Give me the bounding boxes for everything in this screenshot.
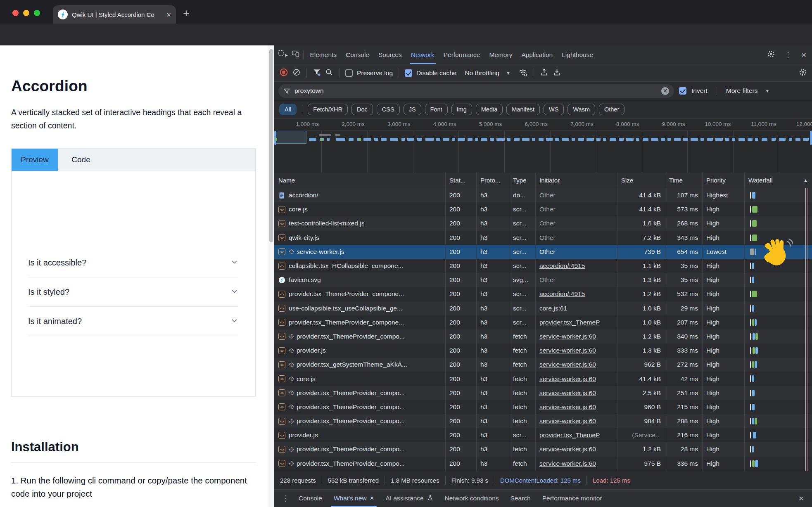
request-initiator-cell-text[interactable]: core.js:61	[539, 305, 567, 312]
network-settings-gear-icon[interactable]	[799, 68, 807, 78]
network-request-row[interactable]: <>provider.tsx_ThemeProvider_compo...200…	[274, 414, 812, 428]
network-request-row[interactable]: <>provider.tsx_ThemeProvider_compo...200…	[274, 457, 812, 471]
network-request-row[interactable]: accordion/200h3do...Other41.4 kB107 msHi…	[274, 188, 812, 202]
drawer-kebab-icon[interactable]: ⋮	[278, 494, 292, 503]
devtools-tab-console[interactable]: Console	[341, 45, 374, 64]
column-header-waterfall[interactable]: Waterfall▲	[744, 173, 812, 188]
filter-input-value[interactable]: proxytown	[294, 87, 657, 95]
request-initiator-cell-text[interactable]: service-worker.js:60	[539, 333, 596, 340]
drawer-tab-console[interactable]: Console	[293, 490, 328, 507]
column-header-size[interactable]: Size	[617, 173, 665, 188]
network-request-row[interactable]: <>provider.js200h3fetchservice-worker.js…	[274, 344, 812, 358]
devtools-close-icon[interactable]: ×	[801, 50, 806, 60]
request-initiator-cell-text[interactable]: service-worker.js:60	[539, 403, 596, 411]
column-header-time[interactable]: Time	[665, 173, 702, 188]
new-tab-button[interactable]: +	[183, 7, 190, 20]
type-chip-css[interactable]: CSS	[377, 104, 400, 115]
disable-cache-checkbox[interactable]	[405, 69, 412, 77]
drawer-tab-network-conditions[interactable]: Network conditions	[439, 490, 504, 507]
overview-selection[interactable]	[275, 131, 306, 144]
column-header-proto[interactable]: Proto...	[476, 173, 509, 188]
network-request-row[interactable]: <>provider.tsx_ThemeProvider_compone...2…	[274, 315, 812, 329]
column-header-initiator[interactable]: Initiator	[535, 173, 617, 188]
tab-preview[interactable]: Preview	[12, 149, 58, 171]
type-chip-all[interactable]: All	[279, 104, 297, 115]
drawer-close-icon[interactable]: ×	[795, 493, 808, 503]
request-initiator-cell-text[interactable]: service-worker.js:60	[539, 460, 596, 467]
clear-network-log-icon[interactable]	[292, 68, 301, 78]
window-minimize-button[interactable]	[23, 10, 29, 16]
request-initiator-cell-text[interactable]: service-worker.js:60	[539, 361, 596, 368]
request-initiator-cell-text[interactable]: provider.tsx_ThemeP	[539, 431, 600, 439]
network-request-row[interactable]: <>provider.tsx_ThemeProvider_compone...2…	[274, 287, 812, 301]
preserve-log-checkbox[interactable]	[345, 69, 353, 77]
network-request-row[interactable]: <>qwik-city.js200h3scr...Other7.2 kB343 …	[274, 231, 812, 245]
devtools-tab-elements[interactable]: Elements	[305, 45, 341, 64]
devtools-tab-performance[interactable]: Performance	[439, 45, 485, 64]
network-request-row[interactable]: <>provider.tsx_ThemeProvider_compo...200…	[274, 386, 812, 400]
type-chip-img[interactable]: Img	[451, 104, 472, 115]
request-initiator-cell-text[interactable]: service-worker.js:60	[539, 417, 596, 425]
accordion-item-is-it-accessible[interactable]: Is it accessible?	[28, 248, 238, 277]
network-request-row[interactable]: favicon.svg200h3svg...Other1.3 kB35 msHi…	[274, 273, 812, 287]
devtools-tab-memory[interactable]: Memory	[484, 45, 517, 64]
type-chip-doc[interactable]: Doc	[351, 104, 373, 115]
drawer-tab-search[interactable]: Search	[505, 490, 536, 507]
drawer-tab-performance-monitor[interactable]: Performance monitor	[537, 490, 608, 507]
type-chip-wasm[interactable]: Wasm	[567, 104, 595, 115]
accordion-item-is-it-animated[interactable]: Is it animated?	[28, 307, 238, 336]
throttling-caret-icon[interactable]: ▼	[506, 71, 510, 76]
column-header-stat[interactable]: Stat...	[445, 173, 476, 188]
network-request-row[interactable]: <>provider.tsx_ThemeProvider_compo...200…	[274, 329, 812, 344]
network-request-row[interactable]: <>test-controlled-list-mixed.js200h3scr.…	[274, 216, 812, 230]
network-request-row[interactable]: <>core.js200h3scr...Other41.4 kB573 msHi…	[274, 202, 812, 216]
invert-label[interactable]: Invert	[691, 87, 708, 95]
devtools-settings-gear-icon[interactable]	[767, 50, 775, 60]
request-initiator-cell-text[interactable]: service-worker.js:60	[539, 375, 596, 383]
devtools-tab-lighthouse[interactable]: Lighthouse	[557, 45, 598, 64]
window-zoom-button[interactable]	[34, 10, 40, 16]
window-close-button[interactable]	[12, 10, 19, 16]
type-chip-ws[interactable]: WS	[544, 104, 564, 115]
record-network-log-icon[interactable]	[279, 68, 288, 78]
more-filters-caret-icon[interactable]: ▼	[765, 88, 769, 93]
type-chip-fetch-xhr[interactable]: Fetch/XHR	[308, 104, 348, 115]
tab-close-icon[interactable]: ×	[166, 11, 171, 19]
network-request-row[interactable]: <>collapsible.tsx_HCollapsible_compone..…	[274, 259, 812, 273]
type-chip-js[interactable]: JS	[404, 104, 421, 115]
type-chip-other[interactable]: Other	[599, 104, 624, 115]
filter-funnel-icon[interactable]	[313, 68, 321, 78]
request-initiator-cell-text[interactable]: service-worker.js:60	[539, 389, 596, 397]
network-request-row[interactable]: <>provider.tsx_ThemeProvider_compo...200…	[274, 400, 812, 414]
timeline-overview[interactable]	[274, 130, 812, 173]
network-conditions-icon[interactable]	[518, 67, 528, 79]
request-initiator-cell-text[interactable]: accordion/:4915	[539, 290, 585, 298]
export-har-icon[interactable]	[553, 68, 561, 78]
type-chip-font[interactable]: Font	[425, 104, 448, 115]
network-request-row[interactable]: <>core.js200h3fetchservice-worker.js:604…	[274, 372, 812, 386]
invert-checkbox[interactable]	[679, 87, 686, 95]
column-header-priority[interactable]: Priority	[702, 173, 744, 188]
drawer-tab-close-icon[interactable]: ×	[370, 494, 374, 502]
preserve-log-label[interactable]: Preserve log	[357, 69, 393, 77]
browser-tab[interactable]: Qwik UI | Styled Accordion Co ×	[53, 5, 176, 24]
drawer-tab-ai-assistance[interactable]: AI assistance	[380, 490, 438, 507]
drawer-tab-what-s-new[interactable]: What's new×	[328, 490, 380, 507]
disable-cache-label[interactable]: Disable cache	[416, 69, 456, 77]
search-icon[interactable]	[325, 68, 333, 78]
request-initiator-cell-text[interactable]: provider.tsx_ThemeP	[539, 319, 600, 326]
request-initiator-cell-text[interactable]: service-worker.js:60	[539, 445, 596, 453]
network-request-row[interactable]: <>service-worker.js200h3scr...Other739 B…	[274, 245, 812, 259]
network-request-row[interactable]: <>use-collapsible.tsx_useCollapsible_ge.…	[274, 301, 812, 315]
more-filters-button[interactable]: More filters	[726, 87, 758, 95]
import-har-icon[interactable]	[540, 68, 548, 78]
page-scrollbar-thumb[interactable]	[269, 49, 273, 242]
column-header-name[interactable]: Name	[274, 173, 445, 188]
filter-input[interactable]: proxytown ✕	[278, 84, 674, 98]
request-initiator-cell-text[interactable]: service-worker.js:60	[539, 347, 596, 354]
inspect-element-icon[interactable]	[278, 50, 289, 60]
overview-handle-right[interactable]	[810, 131, 812, 145]
column-header-type[interactable]: Type	[509, 173, 535, 188]
filter-clear-icon[interactable]: ✕	[661, 87, 669, 95]
type-chip-manifest[interactable]: Manifest	[506, 104, 540, 115]
